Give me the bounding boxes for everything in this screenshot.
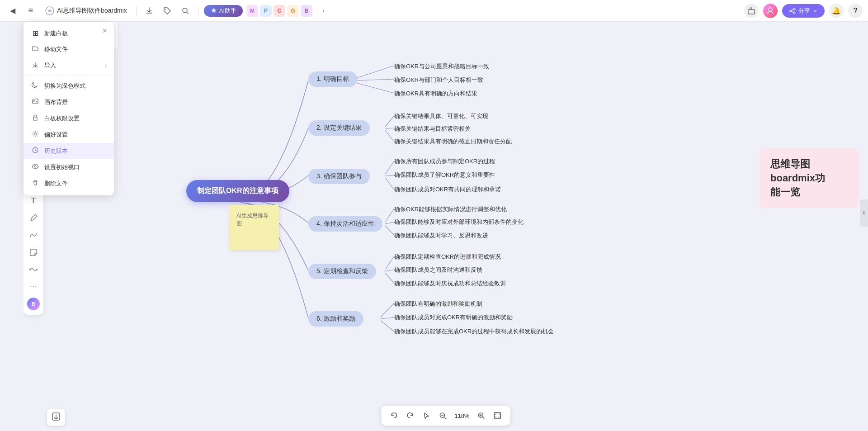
svg-line-31 <box>385 273 394 283</box>
tool-pen[interactable] <box>25 210 42 226</box>
zoom-in-button[interactable] <box>474 408 489 423</box>
image-icon <box>32 98 39 105</box>
user-avatar[interactable] <box>763 4 778 18</box>
bottom-toolbar: 118% <box>381 406 510 426</box>
import-svg <box>32 61 39 68</box>
move-file-icon <box>31 45 40 54</box>
menu-preferences[interactable]: 偏好设置 <box>24 127 114 143</box>
search-icon <box>181 7 189 15</box>
svg-point-2 <box>183 8 187 13</box>
share-button[interactable]: 分享 <box>782 4 825 18</box>
info-side-button[interactable]: ℹ <box>860 199 868 227</box>
menu-delete-file-label: 删除文件 <box>44 180 68 188</box>
branch-1[interactable]: 1. 明确目标 <box>308 71 357 87</box>
ai-assistant-button[interactable]: AI助手 <box>204 5 243 17</box>
collapse-button[interactable]: ‹ <box>316 4 330 18</box>
svg-line-48 <box>444 417 446 419</box>
menu-button[interactable]: ≡ <box>24 4 38 18</box>
tool-connector[interactable] <box>25 261 42 278</box>
import-arrow: › <box>105 62 107 69</box>
sticky-icon <box>29 248 38 257</box>
chevron-down-icon <box>813 9 817 13</box>
tool-more[interactable]: ⋯ <box>25 279 42 295</box>
curve-icon <box>29 231 38 240</box>
fit-icon <box>494 412 502 420</box>
leaf-4-2: 确保团队能够及时应对外部环境和内部条件的变化 <box>394 218 524 226</box>
leaf-6-1: 确保团队有明确的激励和奖励机制 <box>394 300 482 308</box>
back-button[interactable]: ◀ <box>5 4 20 18</box>
svg-rect-53 <box>495 412 501 419</box>
menu-permissions[interactable]: 白板权限设置 <box>24 110 114 127</box>
initial-view-icon <box>31 163 40 172</box>
leaf-1-3: 确保OKR具有明确的方向和结果 <box>394 90 477 98</box>
menu-move-file-label: 移动文件 <box>44 45 68 53</box>
pen-icon <box>29 213 38 223</box>
menu-import[interactable]: 导入 › <box>24 57 114 74</box>
undo-button[interactable] <box>387 408 401 423</box>
delete-icon <box>31 179 40 188</box>
connector-icon <box>29 265 38 274</box>
import-icon <box>31 61 40 70</box>
leaf-1-2: 确保OKR与部门和个人目标相一致 <box>394 76 483 84</box>
fit-screen-button[interactable] <box>491 408 505 423</box>
leaf-5-3: 确保团队能够及时庆祝成功和总结经验教训 <box>394 279 506 288</box>
export-button[interactable] <box>47 409 65 426</box>
svg-rect-4 <box>748 9 755 14</box>
branch-5[interactable]: 5. 定期检查和反馈 <box>308 264 376 279</box>
help-button[interactable]: ? <box>848 4 863 18</box>
plugin-4[interactable]: G <box>287 5 299 17</box>
branch-6[interactable]: 6. 激励和奖励 <box>308 311 363 327</box>
briefcase-icon[interactable] <box>744 4 759 18</box>
bell-button[interactable]: 🔔 <box>829 4 844 18</box>
svg-line-10 <box>792 11 793 12</box>
svg-point-44 <box>36 269 38 270</box>
topbar-right: 分享 🔔 ? <box>744 4 863 18</box>
plugin-5[interactable]: B <box>301 5 312 17</box>
trash-icon <box>32 179 39 186</box>
tool-curve[interactable] <box>25 227 42 243</box>
redo-button[interactable] <box>403 408 417 423</box>
zoom-in-icon <box>477 412 486 420</box>
menu-canvas-bg[interactable]: 画布背景 <box>24 94 114 110</box>
svg-point-8 <box>793 12 795 14</box>
search-button[interactable] <box>178 4 193 18</box>
svg-line-18 <box>356 79 394 81</box>
menu-initial-view[interactable]: 设置初始视口 <box>24 159 114 175</box>
share-icon <box>789 8 796 14</box>
center-node[interactable]: 制定团队OKR的注意事项 <box>186 180 289 202</box>
dropdown-menu: ✕ ⊞ 新建白板 移动文件 导入 › 切换为深色模式 画布背景 白板权限设置 <box>24 22 114 195</box>
logo-icon <box>45 6 54 15</box>
branch-2[interactable]: 2. 设定关键结果 <box>308 120 370 136</box>
tool-brand[interactable]: B <box>25 296 42 312</box>
menu-move-file[interactable]: 移动文件 <box>24 41 114 57</box>
menu-delete-file[interactable]: 删除文件 <box>24 175 114 192</box>
canvas-bg-icon <box>31 98 40 107</box>
plugin-1[interactable]: M <box>246 5 258 17</box>
tag-button[interactable] <box>160 4 175 18</box>
branch-4[interactable]: 4. 保持灵活和适应性 <box>308 216 382 232</box>
menu-new-board[interactable]: ⊞ 新建白板 <box>24 25 114 41</box>
undo-icon <box>390 412 398 420</box>
leaf-6-2: 确保团队成员对完成OKR有明确的激励和奖励 <box>394 313 513 322</box>
tool-sticky[interactable] <box>25 244 42 260</box>
menu-permissions-label: 白板权限设置 <box>44 114 80 123</box>
svg-point-1 <box>165 9 166 9</box>
plugin-2[interactable]: P <box>260 5 272 17</box>
download-icon <box>145 7 153 15</box>
menu-history[interactable]: 历史版本 <box>24 143 114 159</box>
plugin-icons: M P C G B <box>246 5 312 17</box>
plugin-3[interactable]: C <box>274 5 285 17</box>
svg-point-6 <box>793 8 795 10</box>
zoom-out-button[interactable] <box>435 408 450 423</box>
branch-3[interactable]: 3. 确保团队参与 <box>308 169 370 184</box>
topbar: ◀ ≡ AI思维导图软件boardmix AI助手 M P C G <box>0 0 868 22</box>
cursor-button[interactable] <box>419 408 434 423</box>
app-title: AI思维导图软件boardmix <box>57 7 127 15</box>
leaf-4-1: 确保OKR能够根据实际情况进行调整和优化 <box>394 205 507 213</box>
folder-icon <box>32 45 39 52</box>
menu-canvas-bg-label: 画布背景 <box>44 98 68 106</box>
menu-dark-mode[interactable]: 切换为深色模式 <box>24 78 114 94</box>
leaf-2-3: 确保关键结果具有明确的截止日期和责任分配 <box>394 137 512 146</box>
download-button[interactable] <box>142 4 156 18</box>
history-icon <box>31 147 40 156</box>
